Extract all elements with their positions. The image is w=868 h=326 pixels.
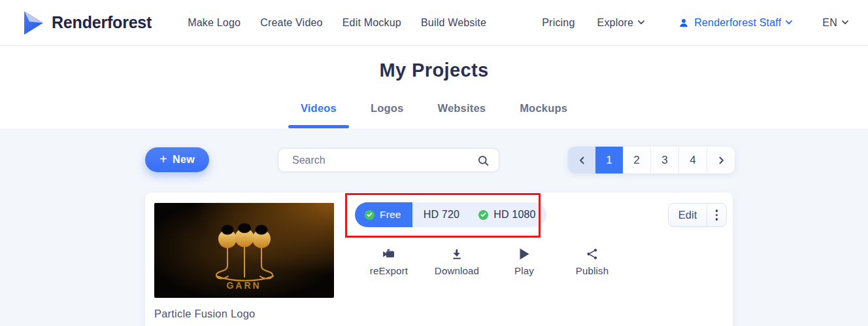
plus-icon: + (159, 153, 167, 166)
more-options-button[interactable] (707, 204, 726, 226)
page-title: My Projects (0, 46, 868, 81)
tab-websites[interactable]: Websites (433, 102, 490, 128)
projects-section: + New 1 2 3 4 (0, 128, 868, 326)
reexport-button[interactable]: reExport (359, 247, 418, 276)
search-box (278, 148, 499, 172)
pagination-next[interactable] (707, 147, 735, 173)
download-label: Download (435, 265, 479, 276)
kebab-dot (716, 214, 718, 217)
language-code: EN (822, 17, 837, 29)
quality-free[interactable]: Free (355, 202, 412, 227)
user-name: Renderforest Staff (694, 17, 781, 29)
play-triangle-logo-icon (20, 9, 46, 37)
publish-button[interactable]: Publish (563, 247, 622, 276)
chevron-left-icon (579, 156, 585, 164)
quality-free-label: Free (380, 209, 401, 221)
tab-videos[interactable]: Videos (297, 102, 341, 128)
nav-edit-mockup[interactable]: Edit Mockup (342, 17, 401, 29)
download-button[interactable]: Download (427, 247, 486, 276)
chevron-right-icon (718, 156, 724, 164)
camera-icon (382, 247, 397, 261)
language-menu[interactable]: EN (822, 17, 848, 29)
title-area: My Projects Videos Logos Websites Mockup… (0, 46, 868, 128)
wine-glass-shapes (218, 223, 271, 248)
download-icon (450, 247, 463, 261)
nav-create-video[interactable]: Create Video (260, 17, 323, 29)
brand-name: Renderforest (52, 13, 152, 32)
thumbnail-logo-text: GARN (226, 280, 261, 291)
new-button-label: New (173, 154, 195, 166)
nav-pricing[interactable]: Pricing (542, 17, 575, 29)
edit-button-group: Edit (668, 203, 727, 227)
reexport-label: reExport (370, 265, 408, 276)
play-label: Play (514, 265, 534, 276)
pagination-page-4[interactable]: 4 (678, 147, 707, 173)
project-type-tabs: Videos Logos Websites Mockups (0, 102, 868, 128)
pagination-page-3[interactable]: 3 (650, 147, 678, 173)
pagination-page-2[interactable]: 2 (623, 147, 650, 173)
tab-logos[interactable]: Logos (367, 102, 408, 128)
new-project-button[interactable]: + New (145, 147, 209, 172)
project-thumbnail[interactable]: GARN (154, 203, 334, 298)
project-title: Particle Fusion Logo (154, 308, 255, 320)
quality-hd720[interactable]: HD 720 (412, 202, 470, 227)
nav-build-website[interactable]: Build Website (421, 17, 486, 29)
user-account-menu[interactable]: Renderforest Staff (678, 17, 792, 29)
chevron-down-icon (842, 20, 848, 25)
renderforest-logo[interactable]: Renderforest (20, 9, 152, 37)
explore-label: Explore (597, 17, 634, 29)
publish-label: Publish (576, 265, 609, 276)
play-icon (518, 247, 530, 261)
pagination-page-1[interactable]: 1 (595, 147, 623, 173)
check-icon (365, 210, 375, 220)
quality-hd1080[interactable]: HD 1080 (470, 202, 546, 227)
chevron-down-icon (638, 20, 644, 25)
chevron-down-icon (786, 20, 792, 25)
search-input[interactable] (278, 149, 499, 172)
nav-make-logo[interactable]: Make Logo (188, 17, 241, 29)
user-icon (678, 18, 689, 28)
quality-selector: Free HD 720 HD 1080 (355, 202, 546, 227)
edit-button[interactable]: Edit (669, 204, 707, 226)
top-navigation-bar: Renderforest Make Logo Create Video Edit… (0, 0, 868, 46)
quality-hd720-label: HD 720 (424, 209, 459, 221)
project-card: GARN Particle Fusion Logo Free HD 720 HD… (145, 192, 733, 326)
pagination: 1 2 3 4 (568, 147, 735, 173)
play-button[interactable]: Play (495, 247, 554, 276)
kebab-dot (716, 218, 718, 221)
kebab-dot (716, 209, 718, 212)
quality-hd1080-label: HD 1080 (493, 209, 536, 221)
search-icon[interactable] (478, 155, 489, 166)
main-nav: Make Logo Create Video Edit Mockup Build… (188, 17, 486, 29)
explore-menu[interactable]: Explore (597, 17, 645, 29)
check-icon (478, 210, 488, 220)
tab-mockups[interactable]: Mockups (516, 102, 571, 128)
pagination-prev[interactable] (568, 147, 595, 173)
nav-right: Pricing Explore Renderforest Staff EN (542, 17, 848, 29)
share-icon (586, 247, 599, 261)
